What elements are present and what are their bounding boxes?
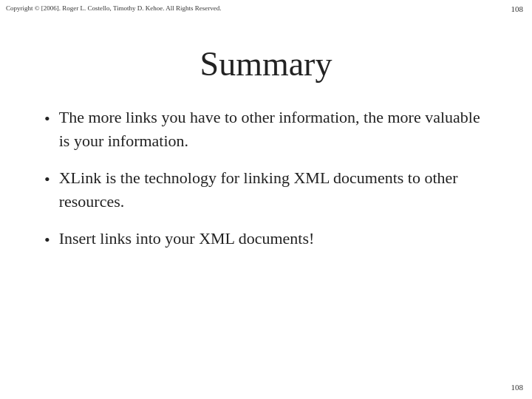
bullet-text: The more links you have to other informa…	[59, 106, 488, 153]
copyright-text: Copyright © [2006]. Roger L. Costello, T…	[6, 4, 222, 12]
content-area: • The more links you have to other infor…	[0, 106, 532, 251]
page-number-top: 108	[511, 4, 524, 13]
bullet-dot: •	[44, 228, 50, 252]
page-number-bottom: 108	[511, 383, 524, 392]
page-title: Summary	[0, 44, 532, 83]
bullet-text: XLink is the technology for linking XML …	[59, 166, 488, 214]
list-item: • XLink is the technology for linking XM…	[44, 166, 488, 214]
bullet-dot: •	[44, 168, 50, 191]
bullet-text: Insert links into your XML documents!	[59, 227, 488, 250]
list-item: • Insert links into your XML documents!	[44, 227, 488, 252]
list-item: • The more links you have to other infor…	[44, 106, 488, 153]
bullet-dot: •	[44, 107, 50, 131]
